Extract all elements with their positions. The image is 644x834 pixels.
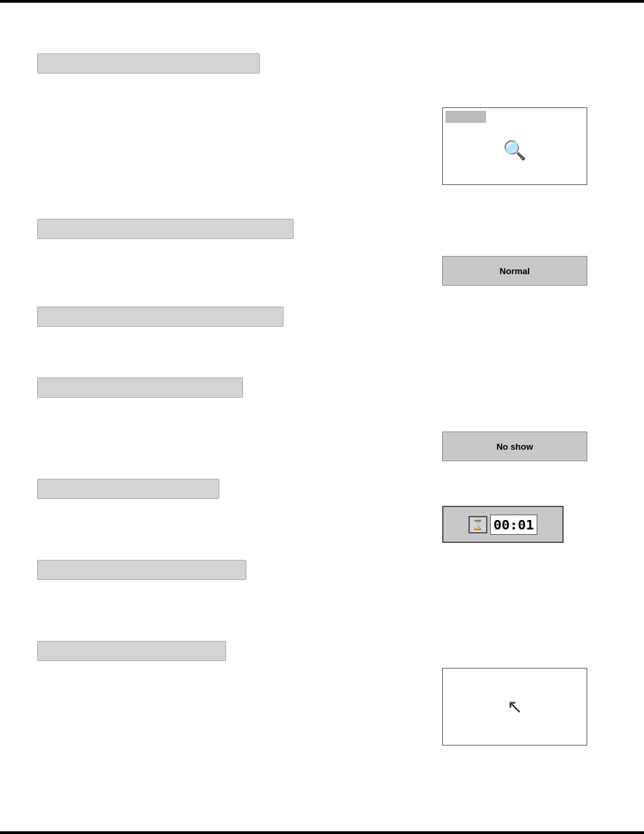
no-show-button[interactable]: No show: [442, 432, 587, 461]
cursor-icon: ↖: [507, 696, 522, 718]
bar-5: [37, 479, 219, 499]
cursor-widget: ↖: [442, 668, 587, 746]
bar-2: [37, 219, 294, 239]
main-content: 🔍 Normal No show ⌛ 00:01 ↖: [0, 3, 644, 831]
search-icon: 🔍: [503, 139, 527, 161]
bar-7: [37, 641, 226, 661]
bottom-border: [0, 831, 644, 834]
bar-6: [37, 560, 246, 580]
timer-icon: ⌛: [468, 516, 487, 533]
timer-widget: ⌛ 00:01: [442, 506, 564, 543]
search-widget: 🔍: [442, 107, 587, 185]
timer-display: 00:01: [490, 515, 537, 535]
normal-button-label: Normal: [500, 266, 530, 276]
bar-4: [37, 377, 243, 398]
bar-3: [37, 307, 284, 327]
normal-button[interactable]: Normal: [442, 256, 587, 286]
search-widget-tab: [446, 111, 486, 123]
search-widget-body: 🔍: [443, 123, 587, 177]
bar-1: [37, 53, 260, 74]
no-show-button-label: No show: [496, 442, 533, 452]
